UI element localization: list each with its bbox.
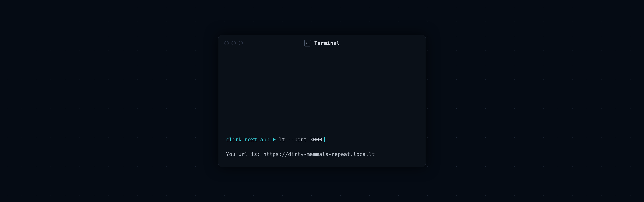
terminal-body[interactable]: clerk-next-app lt --port 3000 You url is… bbox=[218, 51, 426, 167]
terminal-output-line: You url is: https://dirty-mammals-repeat… bbox=[226, 151, 418, 158]
prompt-context: clerk-next-app bbox=[226, 136, 270, 143]
maximize-window-button[interactable] bbox=[238, 41, 243, 45]
close-window-button[interactable] bbox=[224, 41, 228, 45]
cursor-icon bbox=[324, 137, 325, 142]
window-titlebar[interactable]: Terminal bbox=[218, 35, 426, 51]
tab-terminal[interactable]: Terminal bbox=[296, 35, 348, 51]
traffic-lights bbox=[218, 41, 243, 45]
svg-marker-1 bbox=[273, 138, 276, 141]
prompt-line: clerk-next-app lt --port 3000 bbox=[226, 136, 418, 143]
tab-container: Terminal bbox=[296, 35, 348, 51]
prompt-separator-icon bbox=[270, 138, 279, 141]
terminal-window: Terminal clerk-next-app lt --port 3000 Y… bbox=[218, 35, 426, 167]
prompt-command: lt --port 3000 bbox=[279, 136, 322, 143]
minimize-window-button[interactable] bbox=[232, 41, 236, 45]
tab-label: Terminal bbox=[314, 40, 340, 46]
terminal-icon bbox=[304, 40, 311, 46]
